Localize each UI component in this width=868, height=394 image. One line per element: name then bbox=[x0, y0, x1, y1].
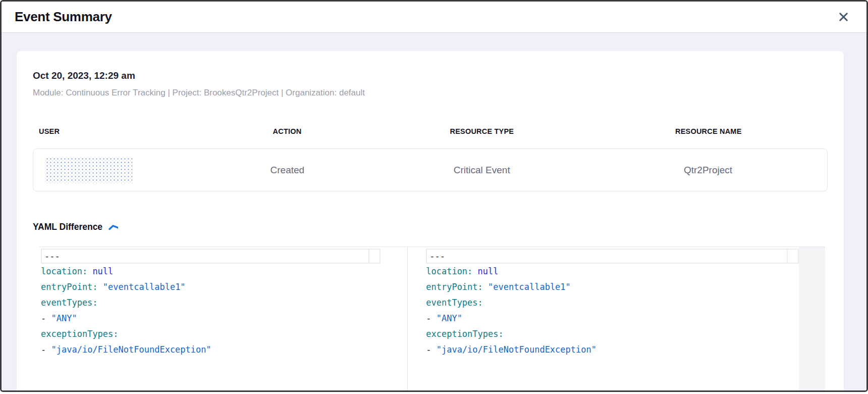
yaml-token-str: "eventcallable1" bbox=[103, 282, 186, 292]
yaml-token-plain: - bbox=[41, 344, 51, 355]
yaml-line: - "java/io/FileNotFoundException" bbox=[426, 342, 825, 358]
yaml-token-str: "eventcallable1" bbox=[488, 282, 571, 292]
resource-type-cell: Critical Event bbox=[374, 165, 589, 176]
yaml-line: - "ANY" bbox=[41, 311, 407, 326]
yaml-difference-label: YAML Difference bbox=[33, 222, 102, 232]
event-timestamp: Oct 20, 2023, 12:29 am bbox=[33, 70, 828, 81]
yaml-line: location: null bbox=[426, 264, 825, 279]
yaml-token-key: location: bbox=[41, 266, 87, 276]
table-header-row: USER ACTION RESOURCE TYPE RESOURCE NAME bbox=[33, 127, 828, 135]
event-summary-modal: Event Summary Oct 20, 2023, 12:29 am Mod… bbox=[0, 0, 868, 392]
user-cell bbox=[33, 157, 200, 183]
yaml-line: exceptionTypes: bbox=[41, 326, 407, 342]
yaml-token-key: location: bbox=[426, 266, 472, 276]
table-row: Created Critical Event Qtr2Project bbox=[33, 149, 828, 191]
yaml-first-line: --- bbox=[41, 249, 381, 264]
yaml-token-null: null bbox=[478, 266, 499, 276]
yaml-token-str: "ANY" bbox=[437, 313, 462, 323]
yaml-token-str: "ANY" bbox=[51, 313, 77, 323]
resource-name-cell: Qtr2Project bbox=[589, 165, 827, 176]
yaml-line: entryPoint: "eventcallable1" bbox=[426, 279, 825, 295]
yaml-token-plain bbox=[472, 266, 477, 276]
yaml-token-key: eventTypes: bbox=[41, 298, 98, 308]
column-header-action: ACTION bbox=[200, 127, 375, 135]
modal-header: Event Summary bbox=[2, 2, 866, 33]
modal-title: Event Summary bbox=[15, 9, 112, 25]
yaml-token-plain: - bbox=[41, 313, 51, 323]
yaml-line: - "java/io/FileNotFoundException" bbox=[41, 342, 407, 358]
column-header-resource-name: RESOURCE NAME bbox=[589, 127, 828, 135]
yaml-line: eventTypes: bbox=[41, 295, 407, 311]
column-header-user: USER bbox=[33, 127, 200, 135]
yaml-line: entryPoint: "eventcallable1" bbox=[41, 279, 407, 295]
yaml-token-plain: --- bbox=[429, 251, 445, 261]
action-cell: Created bbox=[200, 165, 374, 176]
yaml-token-plain bbox=[483, 282, 488, 292]
yaml-token-key: exceptionTypes: bbox=[426, 329, 504, 339]
yaml-token-str: "java/io/FileNotFoundException" bbox=[437, 344, 596, 355]
event-card: Oct 20, 2023, 12:29 am Module: Continuou… bbox=[17, 51, 844, 390]
yaml-token-key: exceptionTypes: bbox=[41, 329, 119, 339]
yaml-token-null: null bbox=[92, 266, 113, 276]
user-redacted-pattern bbox=[45, 157, 132, 183]
column-header-resource-type: RESOURCE TYPE bbox=[374, 127, 589, 135]
yaml-token-key: entryPoint: bbox=[426, 282, 483, 292]
yaml-token-key: entryPoint: bbox=[41, 282, 98, 292]
yaml-token-plain bbox=[98, 282, 103, 292]
yaml-token-key: eventTypes: bbox=[426, 298, 483, 308]
yaml-token-plain bbox=[87, 266, 92, 276]
close-button[interactable] bbox=[835, 8, 852, 26]
yaml-token-plain: --- bbox=[44, 251, 60, 261]
yaml-token-plain: - bbox=[426, 344, 436, 355]
yaml-token-plain: - bbox=[426, 313, 436, 323]
event-context-line: Module: Continuous Error Tracking | Proj… bbox=[33, 88, 828, 98]
yaml-first-line: --- bbox=[426, 249, 799, 264]
close-icon bbox=[837, 10, 850, 24]
chevron-up-icon bbox=[108, 224, 118, 231]
yaml-pane-new: ---location: nullentryPoint: "eventcalla… bbox=[408, 247, 825, 390]
yaml-token-str: "java/io/FileNotFoundException" bbox=[51, 344, 211, 355]
diff-gutter-strip bbox=[799, 247, 825, 390]
yaml-line: eventTypes: bbox=[426, 295, 825, 311]
yaml-line: exceptionTypes: bbox=[426, 326, 825, 342]
yaml-line: location: null bbox=[41, 264, 407, 279]
modal-body: Oct 20, 2023, 12:29 am Module: Continuou… bbox=[2, 33, 866, 390]
yaml-line: - "ANY" bbox=[426, 311, 825, 326]
yaml-diff-viewer: ---location: nullentryPoint: "eventcalla… bbox=[39, 247, 825, 390]
yaml-pane-old: ---location: nullentryPoint: "eventcalla… bbox=[39, 247, 408, 390]
yaml-difference-toggle[interactable]: YAML Difference bbox=[33, 222, 118, 232]
